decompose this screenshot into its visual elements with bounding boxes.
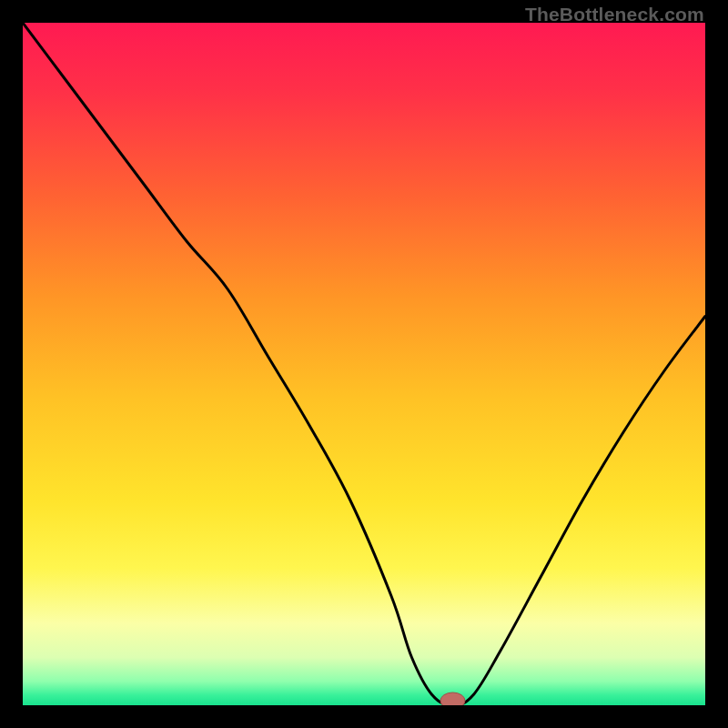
chart-frame: TheBottleneck.com xyxy=(0,0,728,728)
plot-area xyxy=(23,23,705,705)
chart-svg xyxy=(23,23,705,705)
optimal-point-marker xyxy=(440,693,465,705)
gradient-background xyxy=(23,23,705,705)
